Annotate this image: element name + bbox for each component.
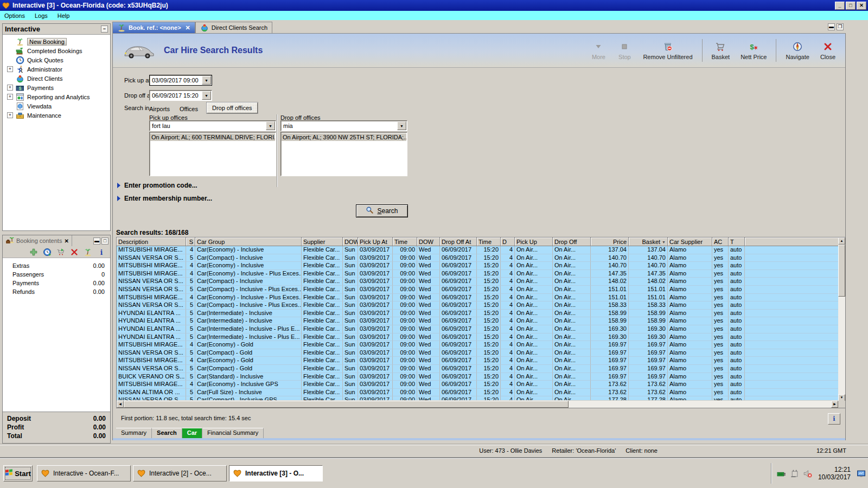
sidebar-item-new-booking[interactable]: New Booking [3, 37, 110, 46]
volume-muted-icon[interactable] [803, 469, 812, 478]
column-header-car-supplier-15[interactable]: Car Supplier [668, 237, 712, 246]
sidebar-item-viewdata[interactable]: Viewdata [3, 101, 110, 111]
table-row[interactable]: NISSAN VERSA OR S...5Car(Compact) - Incl… [117, 278, 838, 286]
pickup-date-input[interactable]: 03/09/2017 09:00 ▼ [149, 75, 212, 86]
delete-icon[interactable] [70, 248, 79, 256]
menu-item-options[interactable]: Options [4, 12, 25, 19]
info-button[interactable]: i [828, 413, 840, 425]
sidebar-item-reporting-and-analytics[interactable]: +Reporting and Analytics [3, 92, 110, 101]
table-row[interactable]: MITSUBISHI MIRAGE...4Car(Economy) - Incl… [117, 262, 838, 270]
scrollbar-thumb[interactable] [838, 245, 845, 297]
maximize-icon[interactable]: □ [846, 2, 856, 10]
column-header-d-10[interactable]: D [501, 237, 515, 246]
cart-transfer-icon[interactable] [56, 248, 65, 256]
column-header-price-13[interactable]: Price [591, 237, 629, 246]
scroll-up-icon[interactable]: ▲ [838, 237, 845, 245]
scrollbar-thumb[interactable] [124, 401, 569, 408]
sidebar-item-completed-bookings[interactable]: Completed Bookings [3, 46, 110, 55]
basket-button[interactable]: Basket [707, 40, 735, 61]
column-header-basket-14[interactable]: Basket▼ [629, 237, 668, 246]
table-row[interactable]: HYUNDAI ELANTRA ...5Car(Intermediate) - … [117, 325, 838, 333]
pickup-offices-listbox[interactable]: On Airport; AL; 600 TERMINAL DRIVE; FLOR… [149, 132, 276, 176]
column-header-pick-up-at-5[interactable]: Pick Up At [358, 237, 393, 246]
pickup-offices-combo[interactable]: fort lau ▼ [149, 120, 276, 131]
promotion-code-expander[interactable]: Enter promotion code... [117, 182, 197, 189]
scroll-right-icon[interactable]: ▶ [831, 401, 838, 408]
add-icon[interactable] [29, 248, 38, 256]
column-header-time-6[interactable]: Time [393, 237, 417, 246]
table-row[interactable]: NISSAN VERSA OR S...5Car(Compact) - Incl… [117, 254, 838, 262]
table-row[interactable]: BUICK VERANO OR S...5Car(Standard) - Inc… [117, 373, 838, 381]
availability-icon[interactable] [43, 248, 52, 256]
dropoff-offices-combo[interactable]: mia ▼ [280, 120, 407, 131]
column-header-time-9[interactable]: Time [477, 237, 501, 246]
show-desktop-icon[interactable] [857, 469, 866, 478]
nett-price-button[interactable]: $Nett Price [736, 40, 771, 61]
taskbar-button-interactive-2-oce[interactable]: Interactive [2] - Oce... [133, 465, 227, 481]
expand-icon[interactable]: + [7, 94, 13, 100]
column-header-s-1[interactable]: S [186, 237, 195, 246]
view-tab-summary[interactable]: Summary [116, 428, 152, 438]
dropdown-arrow-icon[interactable]: ▼ [397, 121, 406, 130]
sidebar-item-quick-quotes[interactable]: Quick Quotes [3, 55, 110, 65]
expand-icon[interactable]: + [7, 66, 13, 72]
table-row[interactable]: NISSAN VERSA OR S...5Car(Compact) - Incl… [117, 301, 838, 310]
column-header-pick-up-11[interactable]: Pick Up [515, 237, 553, 246]
navigate-button[interactable]: Navigate [781, 40, 813, 61]
view-tab-financial-summary[interactable]: Financial Summary [202, 428, 264, 438]
dropoff-date-input[interactable]: 06/09/2017 15:20 ▼ [149, 90, 212, 101]
pane-restore-icon[interactable]: ❐ [837, 23, 844, 30]
table-row[interactable]: MITSUBISHI MIRAGE...4Car(Economy) - Incl… [117, 270, 838, 278]
sidebar-item-payments[interactable]: +$Payments [3, 83, 110, 92]
tab-direct-clients-search[interactable]: Direct Clients Search [195, 22, 272, 33]
list-item[interactable]: On Airport; AL; 3900 NW 25TH ST; FLORIDA… [282, 133, 406, 141]
scroll-left-icon[interactable]: ◀ [117, 401, 124, 408]
panel-minimize-icon[interactable]: ▬ [93, 237, 100, 245]
table-row[interactable]: MITSUBISHI MIRAGE...4Car(Economy) - Incl… [117, 294, 838, 302]
table-row[interactable]: NISSAN ALTIMA OR ...5Car(Full Size) - In… [117, 389, 838, 397]
column-header-supplier-3[interactable]: Supplier [302, 237, 343, 246]
view-tab-car[interactable]: Car [182, 428, 202, 438]
vertical-scrollbar[interactable]: ▲ ▼ [838, 237, 845, 401]
dropdown-arrow-icon[interactable]: ▼ [202, 91, 211, 100]
table-row[interactable]: NISSAN VERSA OR S...5Car(Compact) - Incl… [117, 286, 838, 294]
table-row[interactable]: NISSAN VERSA OR S...5Car(Compact) - Gold… [117, 349, 838, 357]
minimize-icon[interactable]: _ [835, 2, 845, 10]
dropdown-arrow-icon[interactable]: ▼ [266, 121, 275, 130]
collapse-icon[interactable]: − [101, 25, 108, 33]
table-row[interactable]: MITSUBISHI MIRAGE...4Car(Economy) - Incl… [117, 246, 838, 254]
column-header-t-17[interactable]: T [729, 237, 745, 246]
menu-item-help[interactable]: Help [58, 12, 70, 19]
column-header-dow-4[interactable]: DOW [343, 237, 358, 246]
table-row[interactable]: NISSAN VERSA OR S...5Car(Compact) - Incl… [117, 396, 838, 400]
column-header-description-0[interactable]: Description [117, 237, 186, 246]
menu-item-logs[interactable]: Logs [35, 12, 48, 19]
close-icon[interactable]: ✕ [857, 2, 866, 10]
table-row[interactable]: MITSUBISHI MIRAGE...4Car(Economy) - Gold… [117, 341, 838, 349]
table-row[interactable]: HYUNDAI ELANTRA ...5Car(Intermediate) - … [117, 333, 838, 342]
table-row[interactable]: HYUNDAI ELANTRA ...5Car(Intermediate) - … [117, 310, 838, 318]
start-button[interactable]: Start [3, 465, 33, 481]
table-row[interactable]: HYUNDAI ELANTRA ...5Car(Intermediate) - … [117, 317, 838, 325]
expand-icon[interactable]: + [7, 112, 13, 118]
sidebar-item-administrator[interactable]: +Administrator [3, 65, 110, 74]
table-row[interactable]: MITSUBISHI MIRAGE...4Car(Economy) - Incl… [117, 381, 838, 389]
network-icon[interactable] [777, 469, 786, 478]
view-tab-search[interactable]: Search [152, 428, 182, 438]
tab-book-ref-none[interactable]: Book. ref.: <none>✕ [112, 22, 195, 33]
plug-icon[interactable] [790, 469, 799, 478]
column-header-car-group-2[interactable]: Car Group [195, 237, 302, 246]
column-header-ac-16[interactable]: AC [712, 237, 729, 246]
palm-tree-icon[interactable] [84, 248, 92, 256]
pane-minimize-icon[interactable]: ▬ [828, 23, 835, 30]
table-row[interactable]: NISSAN VERSA OR S...5Car(Compact) - Gold… [117, 365, 838, 373]
dropdown-arrow-icon[interactable]: ▼ [202, 76, 211, 85]
search-in-tab-airports[interactable]: Airports [148, 105, 171, 113]
column-header-drop-off-at-8[interactable]: Drop Off At [440, 237, 477, 246]
list-item[interactable]: On Airport; AL; 600 TERMINAL DRIVE; FLOR… [150, 133, 275, 141]
expand-icon[interactable]: + [7, 85, 13, 91]
search-in-tab-offices[interactable]: Offices [178, 105, 199, 113]
info-icon[interactable]: i [97, 248, 106, 256]
table-row[interactable]: MITSUBISHI MIRAGE...4Car(Economy) - Gold… [117, 357, 838, 365]
column-header-drop-off-12[interactable]: Drop Off [553, 237, 591, 246]
